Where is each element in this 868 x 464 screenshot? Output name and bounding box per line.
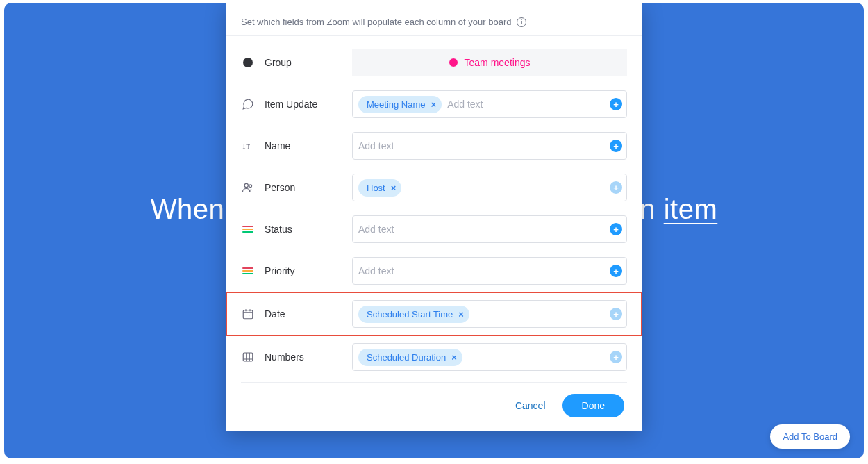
input-placeholder: Add text [358,224,394,235]
add-field-button[interactable]: + [610,308,622,320]
text-icon: TT [241,139,255,153]
calendar-icon: 17 [241,307,255,321]
svg-text:17: 17 [246,314,250,318]
status-input[interactable]: Add text + [352,215,627,243]
row-priority: Priority Add text + [226,250,642,292]
row-person: Person Host × + [226,167,642,208]
group-selector[interactable]: Team meetings [352,49,627,76]
input-placeholder: Add text [447,99,483,110]
add-to-board-button[interactable]: Add To Board [770,424,850,449]
row-name: TT Name Add text + [226,125,642,167]
remove-token-icon[interactable]: × [391,183,397,193]
group-icon [241,56,255,69]
row-status: Status Add text + [226,208,642,250]
row-label: Status [265,224,292,235]
row-numbers: Numbers Scheduled Duration × + [226,336,642,378]
token-scheduled-duration[interactable]: Scheduled Duration × [358,349,462,366]
remove-token-icon[interactable]: × [458,309,464,320]
bg-text-underlined: item [664,194,718,224]
add-field-button[interactable]: + [610,351,622,363]
modal-footer: Cancel Done [226,383,642,424]
row-label: Priority [265,265,295,276]
row-item-update: Item Update Meeting Name × Add text + [226,83,642,125]
svg-text:T: T [247,144,251,150]
chat-bubble-icon [241,97,255,111]
token-label: Host [367,183,385,193]
modal-header-text: Set which fields from Zoom will populate… [241,17,511,27]
row-group: Group Team meetings [226,42,642,83]
item-update-input[interactable]: Meeting Name × Add text + [352,90,627,118]
name-input[interactable]: Add text + [352,132,627,160]
row-label: Person [265,182,295,193]
status-icon [241,222,255,236]
add-field-button[interactable]: + [610,140,622,152]
token-label: Meeting Name [367,99,426,110]
remove-token-icon[interactable]: × [431,99,437,110]
add-field-button[interactable]: + [610,223,622,235]
token-scheduled-start-time[interactable]: Scheduled Start Time × [358,306,469,323]
numbers-icon [241,350,255,364]
remove-token-icon[interactable]: × [451,352,457,363]
row-label: Group [265,57,292,68]
token-label: Scheduled Start Time [367,309,453,320]
row-label: Numbers [265,351,304,363]
input-placeholder: Add text [358,265,394,276]
person-input[interactable]: Host × + [352,174,627,201]
row-date: 17 Date Scheduled Start Time × + [226,292,642,336]
done-button[interactable]: Done [562,394,624,417]
group-name: Team meetings [465,57,531,68]
svg-rect-6 [243,353,253,361]
date-input[interactable]: Scheduled Start Time × + [352,300,627,328]
token-meeting-name[interactable]: Meeting Name × [358,96,442,113]
row-label: Date [265,308,285,320]
row-label: Item Update [265,99,317,110]
group-color-dot-icon [449,58,458,67]
input-placeholder: Add text [358,140,394,151]
svg-text:T: T [242,142,247,150]
field-mapping-modal: Set which fields from Zoom will populate… [226,3,642,431]
cancel-button[interactable]: Cancel [515,400,546,411]
person-icon [241,181,255,194]
token-host[interactable]: Host × [358,179,401,197]
add-field-button[interactable]: + [610,98,622,110]
numbers-input[interactable]: Scheduled Duration × + [352,343,627,371]
priority-input[interactable]: Add text + [352,257,627,285]
info-icon[interactable]: i [517,17,526,27]
modal-header: Set which fields from Zoom will populate… [226,3,642,36]
add-field-button[interactable]: + [610,265,622,277]
priority-icon [241,264,255,278]
token-label: Scheduled Duration [367,352,446,363]
row-label: Name [265,140,290,151]
app-background: When s an item Set which fields from Zoo… [4,3,864,458]
svg-point-2 [244,183,248,187]
add-field-button[interactable]: + [610,181,622,194]
svg-point-3 [249,185,252,188]
mapping-rows: Group Team meetings Item Update Mee [226,36,642,378]
